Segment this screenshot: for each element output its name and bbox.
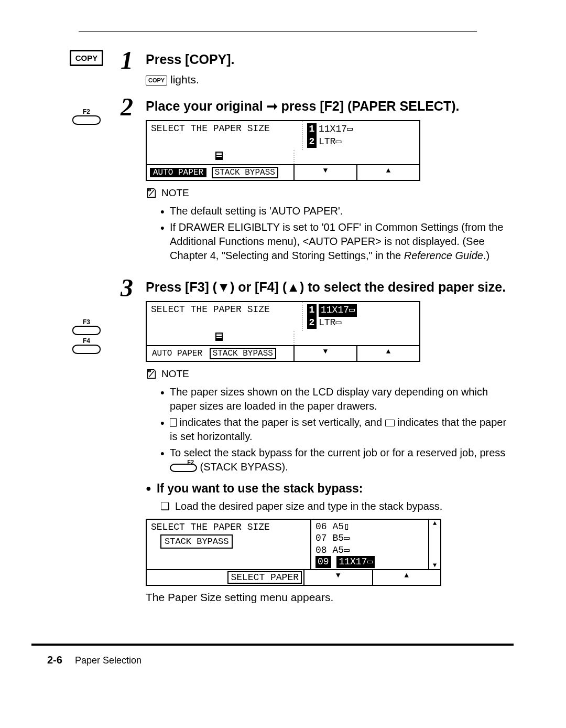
landscape-icon: [385, 420, 395, 426]
stack-bypass-button: STACK BYPASS: [212, 167, 278, 178]
stack-bypass-label: STACK BYPASS: [160, 534, 233, 549]
note-icon: [146, 187, 157, 199]
list-item: The paper sizes shown on the LCD display…: [160, 385, 514, 413]
divider-top: [79, 31, 477, 32]
sub-heading: If you want to use the stack bypass:: [146, 481, 514, 496]
step-3: 3 Press [F3] (▼) or [F4] (▲) to select t…: [121, 275, 514, 605]
step-title: Place your original ➞ press [F2] (PAPER …: [146, 99, 514, 114]
up-arrow-button: ▲: [356, 346, 419, 361]
lcd-header: SELECT THE PAPER SIZE: [151, 522, 306, 532]
note-heading: NOTE: [146, 187, 189, 199]
note-list: The paper sizes shown on the LCD display…: [160, 385, 514, 474]
page: 2 Basic Copying Features COPY F2 F3 F4: [0, 0, 566, 728]
note-heading: NOTE: [146, 368, 189, 380]
step-text: The Paper Size setting menu appears.: [146, 590, 514, 605]
lcd-header: SELECT THE PAPER SIZE: [147, 302, 303, 331]
copy-key-icon: COPY: [70, 50, 104, 66]
step-number: 3: [121, 275, 136, 605]
document-icon: [147, 150, 295, 164]
svg-rect-2: [216, 154, 222, 155]
step-1: 1 Press [COPY]. COPY lights.: [121, 48, 514, 87]
portrait-icon: [170, 418, 177, 427]
up-arrow-button: ▲: [356, 165, 419, 180]
section-title: Paper Selection: [75, 655, 142, 666]
lcd-header: SELECT THE PAPER SIZE: [147, 121, 303, 150]
divider-bottom: [31, 644, 514, 646]
step-2: 2 Place your original ➞ press [F2] (PAPE…: [121, 94, 514, 268]
down-arrow-button: ▼: [293, 346, 356, 361]
sub-step: Load the desired paper size and type in …: [160, 500, 514, 512]
step-number: 2: [121, 94, 136, 268]
content: COPY F2 F3 F4 1 Press [C: [31, 48, 514, 612]
step-title: Press [COPY].: [146, 52, 514, 67]
step-title: Press [F3] (▼) or [F4] (▲) to select the…: [146, 280, 514, 295]
document-icon: [147, 331, 295, 345]
svg-rect-1: [216, 153, 222, 154]
up-arrow-button: ▲: [372, 570, 441, 585]
page-number: 2-6: [47, 654, 62, 666]
list-item: If DRAWER ELIGIBLTY is set to '01 OFF' i…: [160, 220, 514, 263]
note-list: The default setting is 'AUTO PAPER'. If …: [160, 204, 514, 263]
page-footer: 2-6 Paper Selection: [47, 651, 514, 666]
step-icons-column: COPY F2 F3 F4: [66, 48, 107, 612]
svg-rect-8: [216, 337, 222, 338]
svg-rect-6: [216, 334, 222, 335]
f2-key-icon: F2: [72, 108, 101, 125]
copy-key-inline-icon: COPY: [146, 76, 167, 85]
main-column: 1 Press [COPY]. COPY lights. 2 Place you…: [121, 48, 514, 612]
lcd-display-3: SELECT THE PAPER SIZE STACK BYPASS 06 A5…: [146, 519, 441, 586]
f3-key-icon: F3: [72, 318, 101, 335]
note-icon: [146, 368, 157, 380]
down-arrow-button: ▼: [293, 165, 356, 180]
list-item: The default setting is 'AUTO PAPER'.: [160, 204, 514, 218]
select-paper-button: SELECT PAPER: [227, 571, 302, 584]
lcd-display-1: SELECT THE PAPER SIZE 111X17▭ 2LTR▭: [146, 120, 420, 181]
svg-point-4: [148, 189, 151, 191]
svg-rect-3: [216, 156, 222, 157]
list-item: To select the stack bypass for the curre…: [160, 446, 514, 474]
f2-key-inline-icon: F2: [170, 464, 197, 472]
svg-point-9: [148, 370, 151, 372]
svg-rect-7: [216, 335, 222, 336]
auto-paper-button: AUTO PAPER: [150, 349, 204, 358]
step-number: 1: [121, 48, 136, 87]
f4-key-icon: F4: [72, 337, 101, 354]
lcd-display-2: SELECT THE PAPER SIZE 111X17▭ 2LTR▭: [146, 301, 420, 362]
lcd-scrollbar: ▲ ▼: [428, 520, 440, 569]
down-arrow-button: ▼: [303, 570, 372, 585]
step-text: COPY lights.: [146, 72, 514, 87]
auto-paper-button: AUTO PAPER: [150, 168, 206, 177]
list-item: indicates that the paper is set vertical…: [160, 415, 514, 444]
stack-bypass-button: STACK BYPASS: [210, 348, 276, 359]
